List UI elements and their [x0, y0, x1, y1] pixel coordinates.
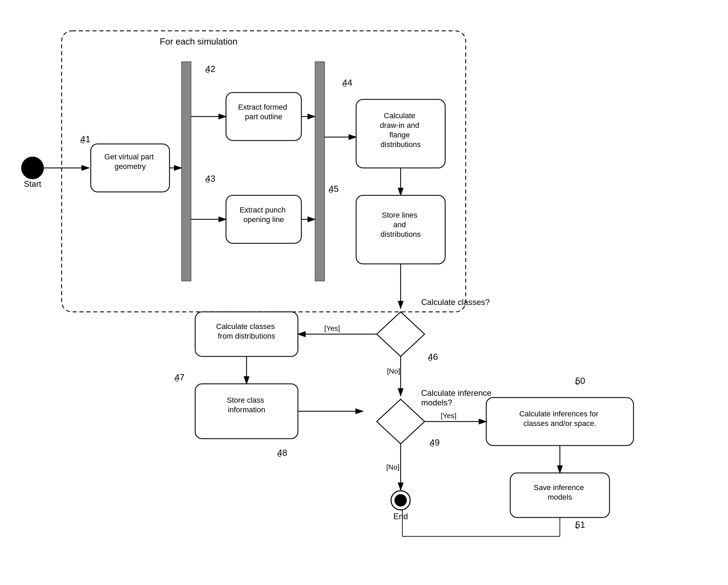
calc-classes-question: Calculate classes? — [421, 297, 490, 307]
no-label-2: [No] — [386, 463, 400, 471]
calc-inference-question: Calculate inference — [421, 388, 491, 398]
start-label: Start — [24, 179, 41, 188]
end-label: End — [393, 512, 408, 521]
swimlane-bar-left — [181, 62, 191, 281]
node-45-rect — [356, 195, 445, 264]
calc-inference-question2: models? — [421, 398, 452, 407]
yes-label-1: [Yes] — [324, 324, 340, 332]
for-each-sim-label: For each simulation — [160, 36, 238, 47]
diagram-container: For each simulation Start Get virtual pa… — [0, 0, 728, 585]
diamond-49 — [377, 399, 425, 444]
swimlane-bar-right — [315, 62, 325, 281]
yes-label-2: [Yes] — [441, 412, 456, 419]
end-node-inner — [394, 494, 407, 507]
start-node — [22, 157, 43, 179]
no-label-1: [No] — [387, 367, 400, 375]
diamond-46 — [377, 312, 425, 356]
